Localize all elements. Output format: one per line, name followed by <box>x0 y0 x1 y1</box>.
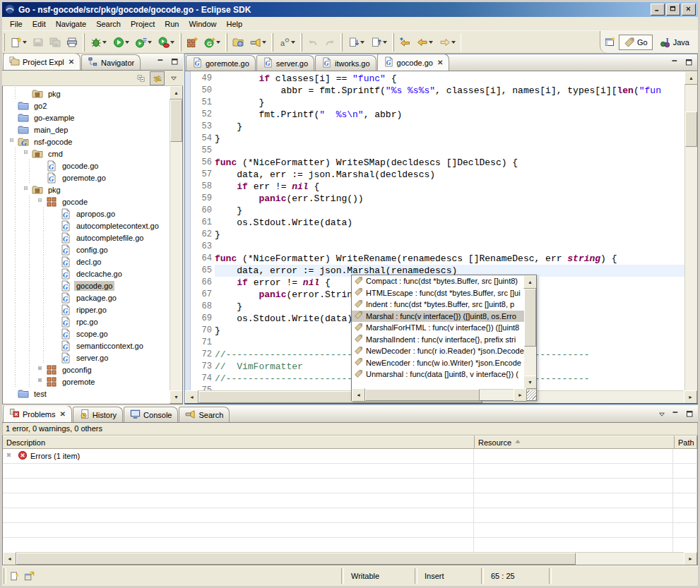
close-tab-icon[interactable]: ✕ <box>437 59 443 66</box>
tree-item-apropos-go[interactable]: Gapropos.go <box>3 208 170 220</box>
link-with-editor-button[interactable] <box>150 71 165 85</box>
editor-vertical-scrollbar[interactable]: ▲ <box>684 71 697 390</box>
plus-box-icon[interactable] <box>37 378 46 385</box>
autocomplete-item[interactable]: Indent : func(dst *bytes.Buffer, src []u… <box>352 299 524 311</box>
autocomplete-item[interactable]: HTMLEscape : func(dst *bytes.Buffer, src… <box>352 287 524 299</box>
problems-row[interactable]: Errors (1 item) <box>3 449 697 464</box>
tree-item-declcache-go[interactable]: Gdeclcache.go <box>3 268 170 280</box>
dropdown-arrow-icon[interactable] <box>451 41 456 44</box>
new-go-package-button[interactable] <box>184 33 201 52</box>
explorer-vertical-scrollbar[interactable]: ▲▼ <box>170 86 182 404</box>
menu-navigate[interactable]: Navigate <box>51 18 91 30</box>
open-perspective-icon[interactable] <box>605 36 616 49</box>
dropdown-arrow-icon[interactable] <box>125 41 129 44</box>
scroll-up-button[interactable]: ▲ <box>684 71 697 85</box>
scroll-down-button[interactable]: ▼ <box>170 390 183 404</box>
menu-help[interactable]: Help <box>222 18 248 30</box>
dropdown-arrow-icon[interactable] <box>148 41 152 44</box>
autocomplete-item[interactable]: MarshalIndent : func(v interface{}, pref… <box>352 334 524 346</box>
autocomplete-item[interactable]: MarshalForHTML : func(v interface{}) ([]… <box>352 322 524 334</box>
column-header-resource[interactable]: Resource <box>475 436 675 449</box>
minus-box-icon[interactable] <box>23 186 32 193</box>
dropdown-arrow-icon[interactable] <box>360 41 364 44</box>
minimize-part-button[interactable] <box>669 57 681 68</box>
tree-item-ripper-go[interactable]: Gripper.go <box>3 304 170 316</box>
popup-horizontal-scrollbar[interactable]: ◄► <box>352 389 536 400</box>
menu-project[interactable]: Project <box>126 18 160 30</box>
tree-item-nsf-gocode[interactable]: Gnsf-gocode <box>3 136 170 148</box>
tree-item-pkg[interactable]: pkg <box>3 184 170 196</box>
go-install-button[interactable]: G <box>201 33 223 52</box>
tree-item-autocompletefile-go[interactable]: Gautocompletefile.go <box>3 232 170 244</box>
tab-navigator[interactable]: Navigator <box>81 54 141 70</box>
scroll-thumb[interactable] <box>685 112 697 147</box>
tree-item-test[interactable]: test <box>3 388 170 400</box>
problems-horizontal-scrollbar[interactable]: ◄► <box>3 552 697 565</box>
popup-vertical-scrollbar[interactable]: ▲▼ <box>524 275 536 389</box>
dropdown-arrow-icon[interactable] <box>262 41 266 44</box>
tab-console[interactable]: Console <box>124 407 178 422</box>
profile-button[interactable] <box>155 33 177 52</box>
menu-file[interactable]: File <box>5 18 28 30</box>
project-tree[interactable]: pkggo2go-examplemain_depGnsf-gocodecmdGg… <box>3 86 170 404</box>
annotation-ruler[interactable] <box>185 71 191 390</box>
scroll-up-button[interactable]: ▲ <box>523 275 536 289</box>
perspective-java[interactable]: JJava <box>655 35 694 49</box>
tree-item-semanticcontext-go[interactable]: Gsemanticcontext.go <box>3 340 170 352</box>
dropdown-arrow-icon[interactable] <box>291 41 295 44</box>
minimize-part-button[interactable] <box>155 56 167 67</box>
tree-item-goconfig[interactable]: goconfig <box>3 364 170 376</box>
tree-item-gocode-go[interactable]: Ggocode.go <box>3 160 170 172</box>
tree-item-goremote[interactable]: goremote <box>3 376 170 388</box>
tree-item-main-dep[interactable]: main_dep <box>3 124 170 136</box>
new-wizard-button[interactable] <box>7 33 30 52</box>
dropdown-arrow-icon[interactable] <box>429 41 433 44</box>
column-header-description[interactable]: Description <box>3 436 475 449</box>
scroll-thumb[interactable] <box>524 289 536 347</box>
autocomplete-item[interactable]: NewDecoder : func(r io.Reader) *json.Dec… <box>352 345 524 357</box>
dropdown-arrow-icon[interactable] <box>170 41 174 44</box>
tree-item-pkg[interactable]: pkg <box>3 88 170 100</box>
scroll-thumb[interactable] <box>16 553 576 565</box>
tab-search[interactable]: Search <box>179 407 230 422</box>
last-edit-location-button[interactable] <box>396 33 413 52</box>
scroll-right-button[interactable]: ► <box>684 390 697 404</box>
run-config-button[interactable] <box>132 33 155 52</box>
editor-tab-itworks-go[interactable]: Gitworks.go <box>315 55 376 71</box>
menu-window[interactable]: Window <box>184 18 221 30</box>
autocomplete-item[interactable]: Marshal : func(v interface{}) ([]uint8, … <box>352 311 524 323</box>
dropdown-arrow-icon[interactable] <box>216 41 220 44</box>
maximize-part-button[interactable] <box>683 57 695 68</box>
minimize-button[interactable] <box>651 4 665 16</box>
next-annotation-button[interactable] <box>345 33 367 52</box>
tree-item-scope-go[interactable]: Gscope.go <box>3 328 170 340</box>
tab-problems[interactable]: Problems✕ <box>3 405 72 422</box>
tree-item-gocode[interactable]: gocode <box>3 196 170 208</box>
perspective-shortcut-icon[interactable] <box>22 569 36 583</box>
autocomplete-item[interactable]: Compact : func(dst *bytes.Buffer, src []… <box>352 275 524 287</box>
maximize-part-button[interactable] <box>169 56 181 67</box>
run-button[interactable] <box>109 33 132 52</box>
tab-history[interactable]: History <box>73 407 123 422</box>
scroll-left-button[interactable]: ◄ <box>352 388 365 402</box>
debug-button[interactable] <box>87 33 109 52</box>
mark-occurrences-button[interactable]: a <box>275 33 298 52</box>
tree-item-goremote-go[interactable]: Ggoremote.go <box>3 172 170 184</box>
tree-item-server-go[interactable]: Gserver.go <box>3 352 170 364</box>
editor-tab-gocode-go[interactable]: Ggocode.go✕ <box>377 54 450 71</box>
menu-edit[interactable]: Edit <box>28 18 51 30</box>
scroll-right-button[interactable]: ► <box>514 388 527 402</box>
autocomplete-item[interactable]: NewEncoder : func(w io.Writer) *json.Enc… <box>352 357 524 369</box>
editor-tab-server-go[interactable]: Gserver.go <box>256 55 314 71</box>
plus-box-icon[interactable] <box>6 453 15 460</box>
close-tab-icon[interactable]: ✕ <box>69 58 74 66</box>
minimize-part-button[interactable] <box>670 409 682 419</box>
close-tab-icon[interactable]: ✕ <box>59 410 65 418</box>
menu-search[interactable]: Search <box>91 18 126 30</box>
previous-annotation-button[interactable] <box>367 33 390 52</box>
open-resource-button[interactable] <box>230 33 247 52</box>
search-button[interactable] <box>247 33 269 52</box>
column-header-path[interactable]: Path <box>675 436 697 449</box>
fast-view-icon[interactable] <box>8 569 22 583</box>
tree-item-go-example[interactable]: go-example <box>3 112 170 124</box>
